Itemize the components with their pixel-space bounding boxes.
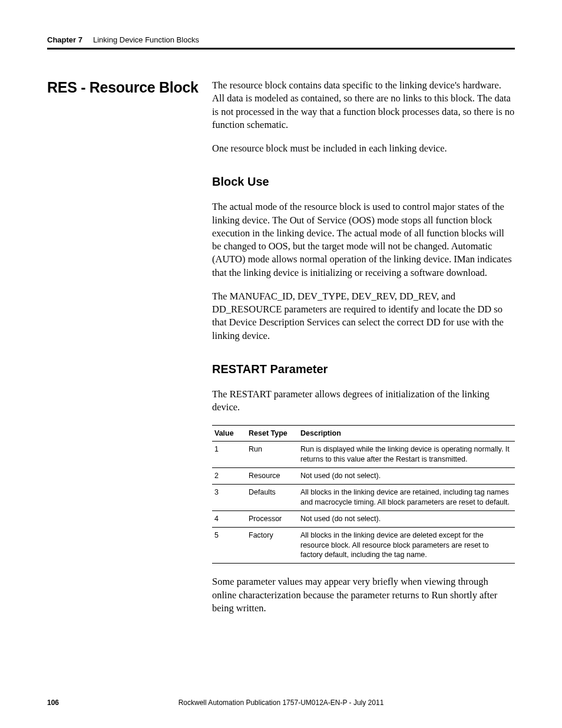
restart-table: Value Reset Type Description 1 Run Run i…: [212, 425, 515, 564]
header-rule: [47, 48, 515, 50]
cell-description: Not used (do not select).: [298, 468, 515, 485]
cell-reset-type: Processor: [246, 510, 298, 527]
restart-intro: The RESTART parameter allows degrees of …: [212, 388, 515, 414]
col-header-description: Description: [298, 425, 515, 442]
document-page: Chapter 7 Linking Device Function Blocks…: [0, 0, 562, 728]
intro-paragraph-1: The resource block contains data specifi…: [212, 79, 515, 131]
right-column: The resource block contains data specifi…: [212, 79, 515, 625]
cell-value: 2: [212, 468, 246, 485]
cell-value: 4: [212, 510, 246, 527]
block-use-paragraph-2: The MANUFAC_ID, DEV_TYPE, DEV_REV, DD_RE…: [212, 290, 515, 342]
publication-info: Rockwell Automation Publication 1757-UM0…: [178, 699, 384, 707]
col-header-reset-type: Reset Type: [246, 425, 298, 442]
cell-description: All blocks in the linking device are ret…: [298, 485, 515, 511]
cell-reset-type: Run: [246, 442, 298, 468]
table-header-row: Value Reset Type Description: [212, 425, 515, 442]
cell-value: 3: [212, 485, 246, 511]
table-row: 4 Processor Not used (do not select).: [212, 510, 515, 527]
restart-outro: Some parameter values may appear very br…: [212, 575, 515, 615]
chapter-title: Linking Device Function Blocks: [93, 35, 199, 44]
cell-reset-type: Defaults: [246, 485, 298, 511]
page-header: Chapter 7 Linking Device Function Blocks: [47, 35, 515, 44]
block-use-heading: Block Use: [212, 174, 515, 190]
restart-heading: RESTART Parameter: [212, 361, 515, 377]
section-title: RES - Resource Block: [47, 79, 206, 96]
table-row: 3 Defaults All blocks in the linking dev…: [212, 485, 515, 511]
chapter-label: Chapter 7: [47, 35, 82, 44]
table-row: 2 Resource Not used (do not select).: [212, 468, 515, 485]
cell-reset-type: Resource: [246, 468, 298, 485]
cell-value: 5: [212, 527, 246, 564]
col-header-value: Value: [212, 425, 246, 442]
left-column: RES - Resource Block: [47, 79, 212, 96]
page-number: 106: [47, 699, 59, 707]
cell-description: Run is displayed while the linking devic…: [298, 442, 515, 468]
cell-description: All blocks in the linking device are del…: [298, 527, 515, 564]
cell-value: 1: [212, 442, 246, 468]
table-row: 5 Factory All blocks in the linking devi…: [212, 527, 515, 564]
content-row: RES - Resource Block The resource block …: [47, 79, 515, 625]
cell-reset-type: Factory: [246, 527, 298, 564]
table-row: 1 Run Run is displayed while the linking…: [212, 442, 515, 468]
page-footer: 106 Rockwell Automation Publication 1757…: [47, 699, 515, 707]
block-use-paragraph-1: The actual mode of the resource block is…: [212, 200, 515, 279]
intro-paragraph-2: One resource block must be included in e…: [212, 142, 515, 155]
cell-description: Not used (do not select).: [298, 510, 515, 527]
